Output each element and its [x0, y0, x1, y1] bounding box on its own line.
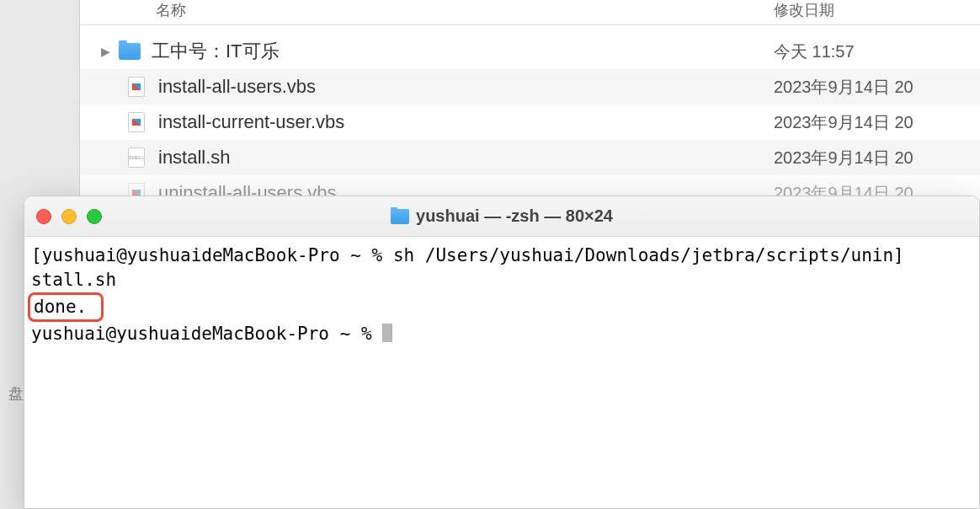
- finder-column-header[interactable]: 名称 修改日期: [80, 0, 980, 25]
- file-date: 2023年9月14日 20: [774, 76, 967, 99]
- folder-icon: [118, 42, 141, 61]
- finder-main: 名称 修改日期 ▶ 工中号：IT可乐 今天 11:57 install-all-…: [80, 0, 980, 211]
- done-highlight: done.: [28, 292, 104, 322]
- terminal-output[interactable]: [yushuai@yushuaideMacBook-Pro ~ % sh /Us…: [24, 237, 979, 353]
- cursor: [382, 324, 392, 342]
- file-date: 2023年9月14日 20: [774, 147, 967, 169]
- sidebar-text: 盘: [8, 383, 24, 404]
- minimize-button[interactable]: [61, 209, 77, 224]
- terminal-title-text: yushuai — -zsh — 80×24: [416, 206, 613, 226]
- chevron-right-icon[interactable]: ▶: [101, 45, 118, 58]
- finder-row-folder[interactable]: ▶ 工中号：IT可乐 今天 11:57: [80, 34, 980, 69]
- vbs-file-icon: [125, 113, 148, 131]
- close-button[interactable]: [36, 209, 51, 224]
- file-name: install-current-user.vbs: [158, 111, 774, 133]
- maximize-button[interactable]: [87, 209, 102, 224]
- terminal-window: yushuai — -zsh — 80×24 [yushuai@yushuaid…: [24, 196, 980, 509]
- finder-row-file[interactable]: install-current-user.vbs 2023年9月14日 20: [80, 104, 980, 140]
- terminal-title: yushuai — -zsh — 80×24: [391, 206, 613, 226]
- folder-icon: [391, 209, 409, 224]
- file-date: 2023年9月14日 20: [774, 111, 967, 134]
- file-name: install-all-users.vbs: [158, 76, 774, 98]
- terminal-line: stall.sh: [31, 270, 116, 290]
- file-name: 工中号：IT可乐: [152, 39, 774, 64]
- window-controls: [36, 209, 102, 224]
- file-date: 今天 11:57: [774, 40, 967, 63]
- terminal-prompt: yushuai@yushuaideMacBook-Pro ~ %: [31, 324, 382, 344]
- column-date[interactable]: 修改日期: [774, 0, 967, 20]
- terminal-line: [yushuai@yushuaideMacBook-Pro ~ % sh /Us…: [31, 245, 904, 265]
- finder-row-file[interactable]: install-all-users.vbs 2023年9月14日 20: [80, 69, 980, 104]
- terminal-titlebar[interactable]: yushuai — -zsh — 80×24: [24, 196, 979, 237]
- finder-file-list: ▶ 工中号：IT可乐 今天 11:57 install-all-users.vb…: [80, 25, 980, 211]
- vbs-file-icon: [125, 78, 148, 96]
- file-name: install.sh: [158, 147, 774, 169]
- finder-row-file[interactable]: SHELL install.sh 2023年9月14日 20: [80, 140, 980, 175]
- column-name[interactable]: 名称: [156, 0, 774, 20]
- sh-file-icon: SHELL: [125, 148, 148, 167]
